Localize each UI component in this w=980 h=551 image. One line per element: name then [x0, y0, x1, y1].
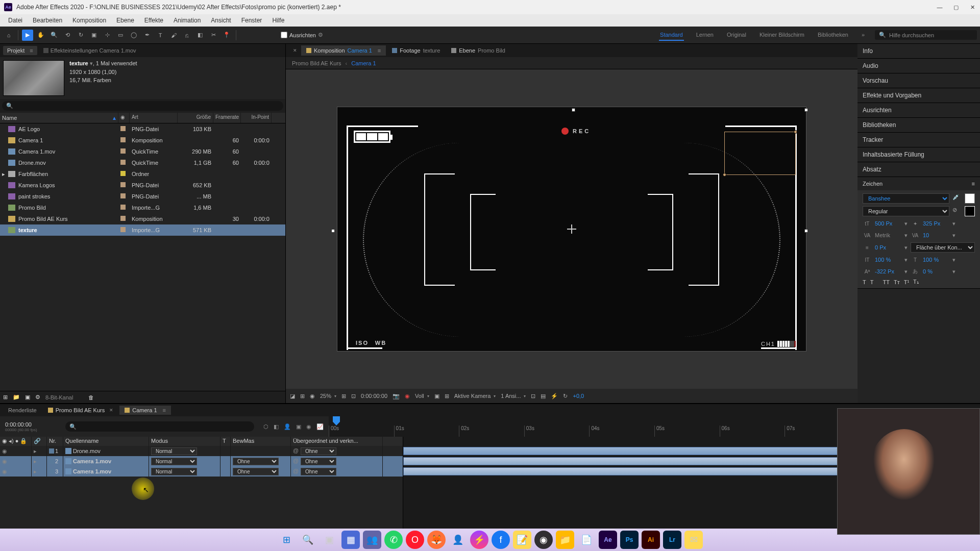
workspace-standard[interactable]: Standard — [659, 30, 684, 41]
taskbar-facebook-icon[interactable]: f — [492, 531, 510, 549]
project-item[interactable]: paint strokes PNG-Datei ... MB — [0, 191, 285, 202]
maximize-button[interactable]: ▢ — [952, 4, 960, 11]
folder-icon[interactable]: 📁 — [13, 394, 20, 400]
brush-tool[interactable]: 🖌 — [168, 30, 179, 41]
timecode-display[interactable]: 0:00:00:00 00000 (60.00 fps) — [0, 421, 61, 432]
resolution-dropdown[interactable]: Voll — [415, 393, 429, 399]
taskbar-ai-icon[interactable]: Ai — [642, 531, 660, 549]
panel-content-fill[interactable]: Inhaltsbasierte Füllung — [857, 147, 980, 162]
motion-blur-icon[interactable]: ◉ — [306, 423, 311, 430]
fill-over-select[interactable]: Fläche über Kon... — [911, 242, 975, 253]
tsume-field[interactable]: 0 % — [923, 268, 949, 274]
rect-tool[interactable]: ▭ — [115, 30, 126, 41]
menu-hilfe[interactable]: Hilfe — [268, 16, 288, 25]
pickwhip-icon[interactable]: @ — [293, 468, 301, 475]
project-item[interactable]: Promo Bild Importe...G 1,6 MB — [0, 202, 285, 213]
exposure[interactable]: +0,0 — [573, 393, 584, 399]
blend-mode-select[interactable]: Normal — [151, 468, 197, 475]
expand-icon[interactable]: ▸ — [34, 448, 40, 454]
panel-zeichen[interactable]: Zeichen≡ — [857, 177, 980, 190]
home-icon[interactable]: ⌂ — [3, 30, 14, 41]
project-item[interactable]: Drone.mov QuickTime 1,1 GB 60 0:00:0 — [0, 157, 285, 168]
selection-tool[interactable]: ▶ — [22, 30, 33, 41]
visibility-icon[interactable]: ◉ — [2, 458, 8, 464]
close-button[interactable]: ✕ — [969, 4, 976, 11]
project-tab[interactable]: Projekt≡ — [3, 46, 37, 55]
layer-row[interactable]: ◉ ▸ 1 Drone.mov Normal @Ohne — [0, 446, 403, 456]
workspace-bibliotheken[interactable]: Bibliotheken — [817, 30, 849, 41]
workspace-original[interactable]: Original — [726, 30, 747, 41]
tracking-field[interactable]: 10 — [923, 232, 949, 238]
grid-icon[interactable]: ⊞ — [341, 393, 346, 399]
panel-info[interactable]: Info — [857, 44, 980, 58]
minimize-button[interactable]: — — [936, 4, 943, 11]
leading-field[interactable]: 325 Px — [923, 220, 949, 227]
snap-checkbox[interactable] — [281, 32, 287, 38]
project-item[interactable]: AE Logo PNG-Datei 103 KB — [0, 123, 285, 135]
expand-icon[interactable]: ▸ — [34, 468, 40, 474]
pixel-icon[interactable]: ▤ — [541, 393, 546, 399]
close-tab-icon[interactable]: ✕ — [290, 48, 300, 53]
pen-tool[interactable]: ✒ — [141, 30, 153, 41]
fill-color-chip[interactable] — [965, 193, 975, 204]
selection-box[interactable] — [724, 132, 796, 175]
bit-depth[interactable]: 8-Bit-Kanal — [45, 394, 73, 400]
frame-blend-icon[interactable]: ▣ — [296, 423, 301, 430]
taskbar-notes-icon[interactable]: 📝 — [513, 531, 531, 549]
taskbar-app-icon[interactable]: 👤 — [449, 531, 467, 549]
camera-tool[interactable]: ▣ — [88, 30, 100, 41]
rotate-tool[interactable]: ↻ — [75, 30, 86, 41]
pickwhip-icon[interactable]: @ — [293, 458, 301, 465]
sub-icon[interactable]: T₁ — [913, 279, 919, 285]
panel-absatz[interactable]: Absatz — [857, 162, 980, 177]
visibility-icon[interactable]: ◉ — [2, 448, 8, 454]
baseline-field[interactable]: -322 Px — [875, 268, 901, 274]
viewer-time[interactable]: 0:00:00:00 — [361, 393, 387, 399]
panel-ausrichten[interactable]: Ausrichten — [857, 103, 980, 117]
fast-icon[interactable]: ⚡ — [551, 393, 558, 399]
eraser-tool[interactable]: ◧ — [194, 30, 206, 41]
menu-ebene[interactable]: Ebene — [112, 16, 138, 25]
text-tool[interactable]: T — [155, 30, 166, 41]
shy-icon[interactable]: 👤 — [284, 423, 291, 430]
super-icon[interactable]: T¹ — [904, 279, 909, 285]
layer-row[interactable]: ◉ ▸ 2 Camera 1.mov Normal Ohne @Ohne — [0, 456, 403, 466]
taskbar-notepad-icon[interactable]: 📄 — [577, 531, 596, 549]
taskbar-windows-icon[interactable]: ⊞ — [277, 531, 296, 549]
orbit-tool[interactable]: ⟲ — [62, 30, 73, 41]
workspace-kleiner[interactable]: Kleiner Bildschirm — [758, 30, 805, 41]
taskbar-tasks-icon[interactable]: ▣ — [320, 531, 338, 549]
parent-select[interactable]: Ohne — [301, 468, 336, 475]
res-toggle-icon[interactable]: ◉ — [310, 393, 315, 399]
comp-flowchart-icon[interactable]: ⬡ — [263, 423, 268, 430]
taskbar-mail-icon[interactable]: ✉ — [684, 531, 703, 549]
help-search[interactable]: 🔍 Hilfe durchsuchen — [875, 30, 977, 40]
menu-bearbeiten[interactable]: Bearbeiten — [29, 16, 66, 25]
renderlist-tab[interactable]: Renderliste — [3, 406, 42, 415]
panel-bibliotheken[interactable]: Bibliotheken — [857, 118, 980, 132]
taskbar-obs-icon[interactable]: ◉ — [534, 531, 553, 549]
kerning-field[interactable]: Metrik — [875, 232, 901, 238]
menu-animation[interactable]: Animation — [169, 16, 205, 25]
ellipse-tool[interactable]: ◯ — [128, 30, 139, 41]
menu-datei[interactable]: Datei — [4, 16, 27, 25]
color-icon[interactable]: ◉ — [405, 393, 410, 399]
pickwhip-icon[interactable]: @ — [293, 447, 301, 455]
breadcrumb-current[interactable]: Camera 1 — [351, 60, 376, 66]
close-icon[interactable]: ✕ — [109, 408, 113, 413]
project-item[interactable]: ▸Farbflächen Ordner — [0, 168, 285, 180]
italic-icon[interactable]: T — [870, 279, 874, 285]
puppet-tool[interactable]: 📍 — [221, 30, 232, 41]
parent-select[interactable]: Ohne — [301, 447, 336, 455]
footage-tab-texture[interactable]: Footage texture — [387, 45, 445, 56]
taskbar-widgets-icon[interactable]: ▦ — [341, 531, 360, 549]
taskbar-ae-icon[interactable]: Ae — [599, 531, 617, 549]
taskbar-explorer-icon[interactable]: 📁 — [556, 531, 574, 549]
layer-tab-promo[interactable]: Ebene Promo Bild — [446, 45, 510, 56]
graph-icon[interactable]: 📈 — [316, 423, 324, 430]
composition-canvas[interactable]: REC — [337, 107, 806, 352]
taskbar-messenger-icon[interactable]: ⚡ — [470, 531, 488, 549]
breadcrumb-parent[interactable]: Promo Bild AE Kurs — [292, 60, 341, 66]
parent-select[interactable]: Ohne — [301, 458, 336, 465]
menu-effekte[interactable]: Effekte — [140, 16, 167, 25]
